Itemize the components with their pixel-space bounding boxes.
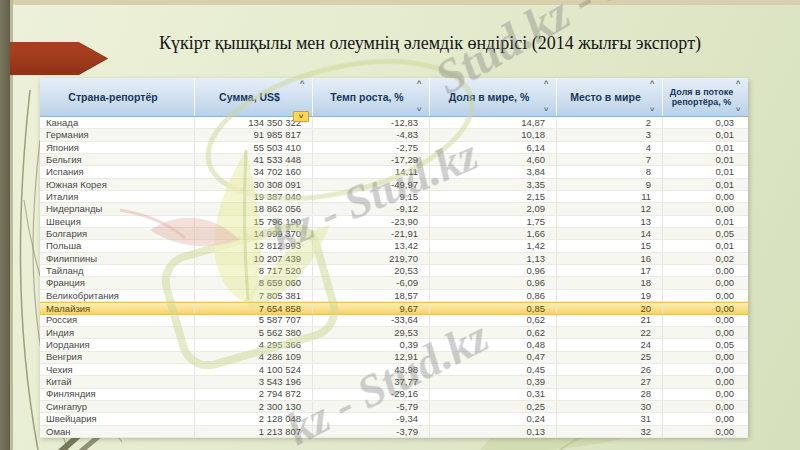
table-row[interactable]: Индия 5 562 380 29,53 0,62 22 0,00 <box>40 327 748 339</box>
column-header-country[interactable]: Страна-репортёр <box>40 78 195 116</box>
cell-place: 30 <box>557 401 663 412</box>
sort-desc-icon[interactable]: ˅ <box>731 106 745 114</box>
table-row[interactable]: Бельгия 41 533 448 -17,29 4,60 7 0,01 <box>40 154 748 166</box>
table-row[interactable]: Южная Корея 30 308 091 -49,97 3,35 9 0,0… <box>40 179 748 191</box>
cell-place: 7 <box>557 154 663 165</box>
table-row[interactable]: Чехия 4 100 524 43,98 0,45 26 0,00 <box>40 364 748 376</box>
table-row[interactable]: Япония 55 503 410 -2,75 6,14 4 0,01 <box>40 142 748 154</box>
cell-share: 0,86 <box>430 290 557 301</box>
table-row[interactable]: Польша 12 812 993 13,42 1,42 15 0,01 <box>40 240 748 252</box>
cell-share: 0,45 <box>430 364 557 375</box>
cell-share: 2,09 <box>430 203 557 214</box>
cell-growth: -3,79 <box>313 426 430 437</box>
cell-share: 0,62 <box>430 327 557 338</box>
sort-desc-icon[interactable]: ˅ <box>293 111 309 122</box>
cell-sum: 7 654 858 <box>195 303 313 313</box>
cell-sum: 2 794 872 <box>195 389 313 400</box>
cell-country: Швеция <box>40 216 195 227</box>
cell-share: 3,84 <box>430 166 557 177</box>
cell-flow: 0,05 <box>663 339 748 350</box>
slide-title: Күкірт қышқылы мен олеумнің әлемдік өнді… <box>100 33 760 54</box>
cell-flow: 0,01 <box>663 179 748 190</box>
cell-place: 11 <box>557 191 663 202</box>
cell-flow: 0,00 <box>663 389 748 400</box>
cell-sum: 2 128 048 <box>195 413 313 424</box>
column-header-share[interactable]: Доля в мире, % ˄ ˅ <box>430 78 557 116</box>
table-row[interactable]: Россия 5 587 707 -33,64 0,62 21 0,00 <box>40 315 748 327</box>
table-row[interactable]: Оман 1 213 807 -3,79 0,13 32 0,00 <box>40 426 748 438</box>
cell-country: Финляндия <box>40 389 195 400</box>
sort-asc-icon[interactable]: ˄ <box>539 79 553 87</box>
table-row[interactable]: Венгрия 4 286 109 12,91 0,47 25 0,00 <box>40 352 748 364</box>
column-header-sum[interactable]: Сумма, US$ ˄ ˅ <box>195 78 313 116</box>
cell-flow: 0,00 <box>663 277 748 288</box>
cell-growth: -12,83 <box>313 117 430 128</box>
cell-flow: 0,02 <box>663 253 748 264</box>
table-header-row: Страна-репортёр Сумма, US$ ˄ ˅ Темп рост… <box>40 78 748 117</box>
table-row[interactable]: Болгария 14 999 370 -21,91 1,66 14 0,05 <box>40 228 748 240</box>
cell-country: Южная Корея <box>40 179 195 190</box>
table-row[interactable]: Малайзия 7 654 858 9,67 0,85 20 0,00 <box>40 302 748 314</box>
table-row[interactable]: Испания 34 702 160 14,11 3,84 8 0,01 <box>40 166 748 178</box>
data-table: Страна-репортёр Сумма, US$ ˄ ˅ Темп рост… <box>40 78 748 437</box>
sort-asc-icon[interactable]: ˄ <box>645 79 659 87</box>
table-row[interactable]: Нидерланды 18 862 056 -9,12 2,09 12 0,00 <box>40 203 748 215</box>
cell-growth: 9,15 <box>313 191 430 202</box>
cell-flow: 0,01 <box>663 216 748 227</box>
cell-place: 4 <box>557 142 663 153</box>
sort-asc-icon[interactable]: ˄ <box>295 79 309 87</box>
cell-sum: 5 562 380 <box>195 327 313 338</box>
table-row[interactable]: Швейцария 2 128 048 -9,34 0,24 31 0,00 <box>40 413 748 425</box>
cell-sum: 19 387 040 <box>195 191 313 202</box>
column-header-growth[interactable]: Темп роста, % ˄ ˅ <box>313 78 430 116</box>
sort-asc-icon[interactable]: ˄ <box>412 79 426 87</box>
cell-share: 6,14 <box>430 142 557 153</box>
table-row[interactable]: Германия 91 985 817 -4,83 10,18 3 0,01 <box>40 129 748 141</box>
left-stripe-decoration <box>0 0 10 450</box>
table-row[interactable]: Канада 134 350 322 -12,83 14,87 2 0,03 <box>40 117 748 129</box>
table-row[interactable]: Тайланд 8 717 520 20,53 0,96 17 0,00 <box>40 265 748 277</box>
table-row[interactable]: Франция 8 659 060 -6,09 0,96 18 0,00 <box>40 277 748 289</box>
cell-country: Филиппины <box>40 253 195 264</box>
sort-desc-icon[interactable]: ˅ <box>539 106 553 114</box>
cell-share: 10,18 <box>430 129 557 140</box>
cell-place: 15 <box>557 240 663 251</box>
column-header-label: Место в мире <box>570 91 640 103</box>
table-row[interactable]: Китай 3 543 196 37,77 0,39 27 0,00 <box>40 376 748 388</box>
sort-desc-icon[interactable]: ˅ <box>645 106 659 114</box>
sort-asc-icon[interactable]: ˄ <box>731 79 745 87</box>
sort-desc-icon[interactable]: ˅ <box>412 106 426 114</box>
table-row[interactable]: Финляндия 2 794 872 -29,16 0,31 28 0,00 <box>40 389 748 401</box>
cell-flow: 0,00 <box>663 203 748 214</box>
column-header-label: Доля в мире, % <box>449 91 530 103</box>
cell-sum: 7 805 381 <box>195 290 313 301</box>
cell-sum: 4 100 524 <box>195 364 313 375</box>
cell-country: Малайзия <box>40 303 195 313</box>
column-header-flow[interactable]: Доля в потоке репортёра, % ˄ ˅ <box>663 78 748 116</box>
cell-flow: 0,01 <box>663 240 748 251</box>
column-header-label: Страна-репортёр <box>68 91 157 103</box>
cell-country: Япония <box>40 142 195 153</box>
table-row[interactable]: Великобритания 7 805 381 18,57 0,86 19 0… <box>40 290 748 302</box>
cell-place: 24 <box>557 339 663 350</box>
column-header-place[interactable]: Место в мире ˄ ˅ <box>557 78 663 116</box>
table-row[interactable]: Сингапур 2 300 130 -5,79 0,25 30 0,00 <box>40 401 748 413</box>
cell-place: 2 <box>557 117 663 128</box>
table-row[interactable]: Швеция 15 796 190 -23,90 1,75 13 0,01 <box>40 216 748 228</box>
cell-growth: -4,83 <box>313 129 430 140</box>
presentation-slide: Күкірт қышқылы мен олеумнің әлемдік өнді… <box>0 0 800 450</box>
table-row[interactable]: Италия 19 387 040 9,15 2,15 11 0,00 <box>40 191 748 203</box>
cell-country: Сингапур <box>40 401 195 412</box>
table-row[interactable]: Филиппины 10 207 439 219,70 1,13 16 0,02 <box>40 253 748 265</box>
cell-share: 0,39 <box>430 376 557 387</box>
cell-share: 1,13 <box>430 253 557 264</box>
cell-share: 1,66 <box>430 228 557 239</box>
cell-growth: -5,79 <box>313 401 430 412</box>
cell-growth: -17,29 <box>313 154 430 165</box>
cell-share: 0,24 <box>430 413 557 424</box>
cell-flow: 0,00 <box>663 327 748 338</box>
cell-sum: 41 533 448 <box>195 154 313 165</box>
cell-share: 0,96 <box>430 265 557 276</box>
table-row[interactable]: Иордания 4 295 366 0,39 0,48 24 0,05 <box>40 339 748 351</box>
cell-share: 0,48 <box>430 339 557 350</box>
